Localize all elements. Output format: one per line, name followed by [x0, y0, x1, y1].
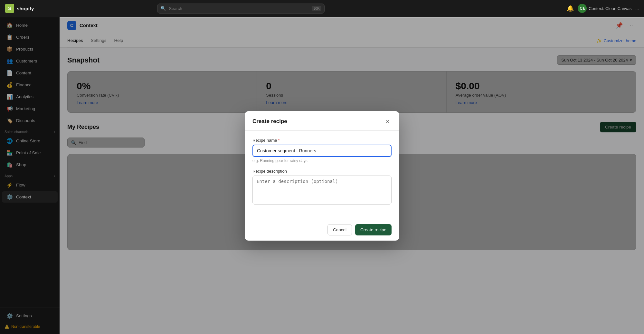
modal-body: Recipe name * e.g. Running gear for rain… — [245, 131, 399, 219]
account-menu[interactable]: Ca Context: Clean Canvas - ... — [578, 4, 639, 13]
modal-header: Create recipe × — [245, 111, 399, 131]
search-input[interactable] — [157, 4, 325, 14]
keyboard-shortcut-hint: ⌘K — [312, 6, 321, 11]
modal-create-recipe-button[interactable]: Create recipe — [355, 224, 392, 235]
recipe-name-hint: e.g. Running gear for rainy days — [252, 158, 392, 163]
topbar: S shopify 🔍 ⌘K 🔔 Ca Context: Clean Canva… — [0, 0, 644, 17]
cancel-button[interactable]: Cancel — [327, 224, 352, 235]
modal-title: Create recipe — [252, 118, 287, 125]
shopify-logo[interactable]: S shopify — [5, 4, 34, 13]
shopify-wordmark: shopify — [17, 6, 34, 11]
required-indicator: * — [278, 138, 280, 143]
content-area: C Context 📌 ⋯ Recipes Settings Help ✨ Cu… — [60, 17, 644, 334]
modal-close-button[interactable]: × — [384, 118, 392, 125]
avatar: Ca — [578, 4, 587, 13]
recipe-name-label: Recipe name * — [252, 138, 392, 143]
recipe-name-input[interactable] — [252, 145, 392, 157]
topbar-right: 🔔 Ca Context: Clean Canvas - ... — [567, 4, 639, 13]
create-recipe-modal: Create recipe × Recipe name * e.g. Runni… — [245, 111, 399, 241]
global-search: 🔍 ⌘K — [157, 4, 325, 14]
modal-overlay: Create recipe × Recipe name * e.g. Runni… — [60, 17, 644, 334]
notification-bell-icon[interactable]: 🔔 — [567, 5, 574, 12]
modal-footer: Cancel Create recipe — [245, 219, 399, 241]
account-name: Context: Clean Canvas - ... — [589, 6, 639, 11]
shopify-icon: S — [5, 4, 14, 13]
recipe-name-field: Recipe name * e.g. Running gear for rain… — [252, 138, 392, 163]
main-layout: 🏠 Home 📋 Orders 📦 Products 👥 Customers 📄… — [0, 17, 644, 334]
search-icon: 🔍 — [160, 6, 166, 11]
recipe-desc-label: Recipe description — [252, 169, 392, 174]
recipe-desc-input[interactable] — [252, 176, 392, 205]
recipe-desc-field: Recipe description — [252, 169, 392, 206]
